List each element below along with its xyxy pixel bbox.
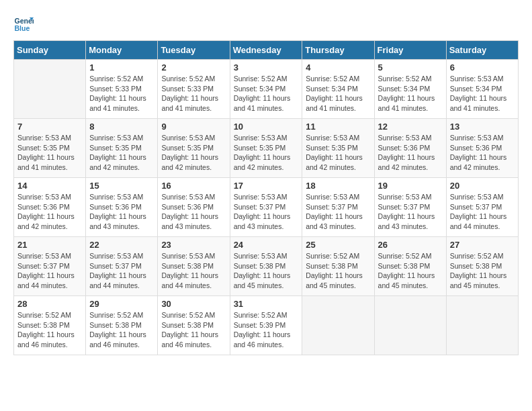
- day-info: Sunrise: 5:53 AM Sunset: 5:36 PM Dayligh…: [450, 133, 515, 173]
- day-number: 13: [450, 122, 515, 132]
- calendar-cell: 10Sunrise: 5:53 AM Sunset: 5:35 PM Dayli…: [230, 119, 302, 178]
- calendar-cell: 2Sunrise: 5:52 AM Sunset: 5:33 PM Daylig…: [158, 60, 230, 119]
- calendar-cell: [374, 296, 446, 355]
- day-info: Sunrise: 5:53 AM Sunset: 5:36 PM Dayligh…: [378, 133, 443, 173]
- day-number: 10: [234, 122, 299, 132]
- calendar-cell: [302, 296, 374, 355]
- day-info: Sunrise: 5:52 AM Sunset: 5:34 PM Dayligh…: [234, 74, 299, 113]
- day-info: Sunrise: 5:53 AM Sunset: 5:35 PM Dayligh…: [17, 133, 82, 173]
- day-info: Sunrise: 5:53 AM Sunset: 5:36 PM Dayligh…: [89, 192, 154, 232]
- day-info: Sunrise: 5:53 AM Sunset: 5:38 PM Dayligh…: [234, 251, 299, 291]
- day-number: 5: [378, 62, 443, 73]
- day-info: Sunrise: 5:52 AM Sunset: 5:38 PM Dayligh…: [306, 251, 370, 291]
- day-info: Sunrise: 5:53 AM Sunset: 5:37 PM Dayligh…: [450, 192, 515, 232]
- calendar-cell: [14, 60, 86, 119]
- calendar-cell: 21Sunrise: 5:53 AM Sunset: 5:37 PM Dayli…: [14, 237, 86, 296]
- day-info: Sunrise: 5:52 AM Sunset: 5:39 PM Dayligh…: [234, 310, 299, 350]
- calendar-table: SundayMondayTuesdayWednesdayThursdayFrid…: [13, 40, 519, 355]
- day-number: 25: [306, 240, 370, 250]
- calendar-cell: 5Sunrise: 5:52 AM Sunset: 5:34 PM Daylig…: [374, 60, 446, 119]
- day-of-week-header: Monday: [86, 41, 158, 60]
- week-row: 7Sunrise: 5:53 AM Sunset: 5:35 PM Daylig…: [14, 119, 519, 178]
- calendar-cell: 16Sunrise: 5:53 AM Sunset: 5:36 PM Dayli…: [158, 178, 230, 237]
- calendar-cell: 22Sunrise: 5:53 AM Sunset: 5:37 PM Dayli…: [86, 237, 158, 296]
- day-number: 23: [161, 240, 226, 250]
- calendar-cell: 1Sunrise: 5:52 AM Sunset: 5:33 PM Daylig…: [86, 60, 158, 119]
- day-info: Sunrise: 5:53 AM Sunset: 5:35 PM Dayligh…: [161, 133, 226, 173]
- calendar-cell: 7Sunrise: 5:53 AM Sunset: 5:35 PM Daylig…: [14, 119, 86, 178]
- day-number: 20: [450, 181, 515, 191]
- day-number: 6: [450, 62, 515, 73]
- calendar-cell: 23Sunrise: 5:53 AM Sunset: 5:38 PM Dayli…: [158, 237, 230, 296]
- day-info: Sunrise: 5:52 AM Sunset: 5:33 PM Dayligh…: [161, 74, 226, 113]
- calendar-cell: 25Sunrise: 5:52 AM Sunset: 5:38 PM Dayli…: [302, 237, 374, 296]
- day-number: 17: [234, 181, 299, 191]
- day-number: 29: [89, 299, 154, 309]
- calendar-cell: 3Sunrise: 5:52 AM Sunset: 5:34 PM Daylig…: [230, 60, 302, 119]
- page-header: General Blue: [13, 13, 519, 34]
- day-info: Sunrise: 5:53 AM Sunset: 5:37 PM Dayligh…: [234, 192, 299, 232]
- calendar-cell: 4Sunrise: 5:52 AM Sunset: 5:34 PM Daylig…: [302, 60, 374, 119]
- week-row: 21Sunrise: 5:53 AM Sunset: 5:37 PM Dayli…: [14, 237, 519, 296]
- day-info: Sunrise: 5:52 AM Sunset: 5:38 PM Dayligh…: [17, 310, 82, 350]
- day-number: 8: [89, 122, 154, 132]
- day-of-week-header: Saturday: [446, 41, 518, 60]
- calendar-cell: 31Sunrise: 5:52 AM Sunset: 5:39 PM Dayli…: [230, 296, 302, 355]
- day-number: 9: [161, 122, 226, 132]
- day-info: Sunrise: 5:52 AM Sunset: 5:33 PM Dayligh…: [89, 74, 154, 113]
- week-row: 28Sunrise: 5:52 AM Sunset: 5:38 PM Dayli…: [14, 296, 519, 355]
- day-info: Sunrise: 5:53 AM Sunset: 5:37 PM Dayligh…: [378, 192, 443, 232]
- calendar-cell: 18Sunrise: 5:53 AM Sunset: 5:37 PM Dayli…: [302, 178, 374, 237]
- calendar-cell: [446, 296, 518, 355]
- day-number: 3: [234, 62, 299, 73]
- calendar-cell: 9Sunrise: 5:53 AM Sunset: 5:35 PM Daylig…: [158, 119, 230, 178]
- calendar-cell: 27Sunrise: 5:52 AM Sunset: 5:38 PM Dayli…: [446, 237, 518, 296]
- calendar-cell: 14Sunrise: 5:53 AM Sunset: 5:36 PM Dayli…: [14, 178, 86, 237]
- day-number: 2: [161, 62, 226, 73]
- day-number: 24: [234, 240, 299, 250]
- day-of-week-header: Sunday: [14, 41, 86, 60]
- calendar-cell: 20Sunrise: 5:53 AM Sunset: 5:37 PM Dayli…: [446, 178, 518, 237]
- day-number: 28: [17, 299, 82, 309]
- day-info: Sunrise: 5:52 AM Sunset: 5:38 PM Dayligh…: [161, 310, 226, 350]
- calendar-cell: 13Sunrise: 5:53 AM Sunset: 5:36 PM Dayli…: [446, 119, 518, 178]
- day-number: 26: [378, 240, 443, 250]
- calendar-cell: 24Sunrise: 5:53 AM Sunset: 5:38 PM Dayli…: [230, 237, 302, 296]
- day-of-week-header: Thursday: [302, 41, 374, 60]
- day-number: 14: [17, 181, 82, 191]
- header-row: SundayMondayTuesdayWednesdayThursdayFrid…: [14, 41, 519, 60]
- day-info: Sunrise: 5:52 AM Sunset: 5:34 PM Dayligh…: [306, 74, 370, 113]
- calendar-cell: 28Sunrise: 5:52 AM Sunset: 5:38 PM Dayli…: [14, 296, 86, 355]
- day-number: 30: [161, 299, 226, 309]
- day-number: 7: [17, 122, 82, 132]
- day-number: 4: [306, 62, 370, 73]
- week-row: 1Sunrise: 5:52 AM Sunset: 5:33 PM Daylig…: [14, 60, 519, 119]
- day-of-week-header: Wednesday: [230, 41, 302, 60]
- week-row: 14Sunrise: 5:53 AM Sunset: 5:36 PM Dayli…: [14, 178, 519, 237]
- day-info: Sunrise: 5:53 AM Sunset: 5:35 PM Dayligh…: [89, 133, 154, 173]
- day-number: 16: [161, 181, 226, 191]
- day-number: 27: [450, 240, 515, 250]
- calendar-cell: 17Sunrise: 5:53 AM Sunset: 5:37 PM Dayli…: [230, 178, 302, 237]
- day-number: 11: [306, 122, 370, 132]
- day-info: Sunrise: 5:53 AM Sunset: 5:36 PM Dayligh…: [17, 192, 82, 232]
- logo-icon: General Blue: [13, 13, 34, 34]
- day-info: Sunrise: 5:53 AM Sunset: 5:37 PM Dayligh…: [306, 192, 370, 232]
- day-info: Sunrise: 5:52 AM Sunset: 5:38 PM Dayligh…: [450, 251, 515, 291]
- day-info: Sunrise: 5:53 AM Sunset: 5:37 PM Dayligh…: [89, 251, 154, 291]
- day-info: Sunrise: 5:53 AM Sunset: 5:37 PM Dayligh…: [17, 251, 82, 291]
- calendar-cell: 29Sunrise: 5:52 AM Sunset: 5:38 PM Dayli…: [86, 296, 158, 355]
- calendar-cell: 19Sunrise: 5:53 AM Sunset: 5:37 PM Dayli…: [374, 178, 446, 237]
- day-info: Sunrise: 5:52 AM Sunset: 5:38 PM Dayligh…: [378, 251, 443, 291]
- day-info: Sunrise: 5:53 AM Sunset: 5:34 PM Dayligh…: [450, 74, 515, 113]
- day-of-week-header: Friday: [374, 41, 446, 60]
- day-number: 12: [378, 122, 443, 132]
- calendar-cell: 11Sunrise: 5:53 AM Sunset: 5:35 PM Dayli…: [302, 119, 374, 178]
- day-number: 18: [306, 181, 370, 191]
- day-info: Sunrise: 5:52 AM Sunset: 5:34 PM Dayligh…: [378, 74, 443, 113]
- calendar-cell: 8Sunrise: 5:53 AM Sunset: 5:35 PM Daylig…: [86, 119, 158, 178]
- calendar-cell: 6Sunrise: 5:53 AM Sunset: 5:34 PM Daylig…: [446, 60, 518, 119]
- day-number: 22: [89, 240, 154, 250]
- day-info: Sunrise: 5:53 AM Sunset: 5:35 PM Dayligh…: [234, 133, 299, 173]
- calendar-cell: 12Sunrise: 5:53 AM Sunset: 5:36 PM Dayli…: [374, 119, 446, 178]
